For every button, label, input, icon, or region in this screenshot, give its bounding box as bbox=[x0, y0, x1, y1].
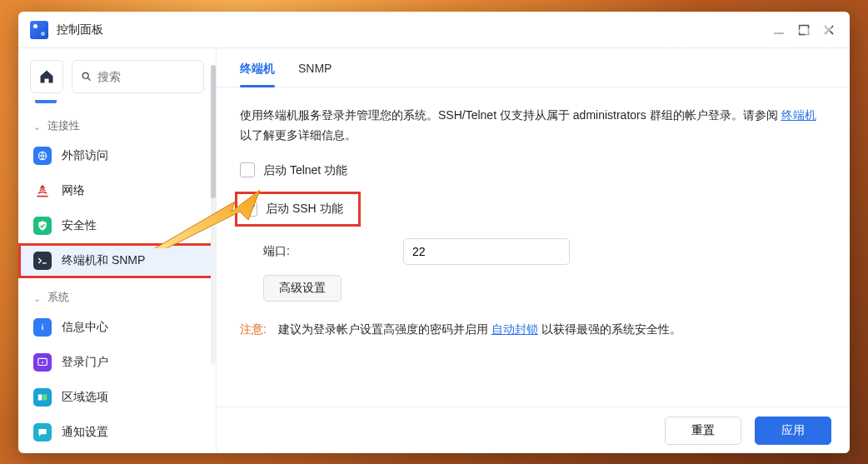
ssh-checkbox-row[interactable]: 启动 SSH 功能 bbox=[235, 192, 361, 227]
home-icon bbox=[38, 68, 55, 85]
sidebar-item-terminal-snmp[interactable]: 终端机和 SNMP bbox=[18, 243, 216, 278]
control-panel-icon bbox=[30, 21, 48, 39]
sidebar-item-login-portal[interactable]: 登录门户 bbox=[18, 345, 216, 380]
svg-rect-2 bbox=[774, 32, 784, 34]
telnet-checkbox[interactable] bbox=[240, 162, 255, 177]
port-label: 端口: bbox=[263, 242, 388, 262]
sidebar-item-label: 网络 bbox=[62, 183, 85, 198]
sidebar: ⌃ 连接性 外部访问 网络 安全性 终端机和 SNMP ⌃ 系统 bbox=[18, 48, 217, 453]
note-label: 注意: bbox=[240, 322, 267, 336]
svg-rect-9 bbox=[38, 395, 42, 401]
region-icon bbox=[33, 388, 52, 407]
tab-terminal[interactable]: 终端机 bbox=[240, 62, 275, 87]
control-panel-window: 控制面板 ⌃ 连接性 bbox=[18, 12, 850, 453]
section-connectivity[interactable]: ⌃ 连接性 bbox=[18, 107, 216, 138]
svg-point-4 bbox=[82, 72, 88, 78]
home-indicator bbox=[35, 98, 57, 103]
section-label: 连接性 bbox=[47, 118, 80, 133]
info-icon: i bbox=[33, 318, 52, 337]
search-icon bbox=[81, 70, 92, 83]
svg-text:i: i bbox=[42, 323, 43, 332]
sidebar-item-label: 安全性 bbox=[62, 218, 97, 233]
reset-button[interactable]: 重置 bbox=[665, 417, 741, 445]
svg-rect-10 bbox=[43, 395, 47, 401]
intro-text: 使用终端机服务登录并管理您的系统。SSH/Telnet 仅支持从属于 admin… bbox=[240, 106, 826, 146]
telnet-label: 启动 Telnet 功能 bbox=[263, 161, 347, 181]
sidebar-item-security[interactable]: 安全性 bbox=[18, 208, 216, 243]
maximize-button[interactable] bbox=[791, 17, 816, 42]
footer-bar: 重置 应用 bbox=[217, 407, 850, 453]
sidebar-item-info-center[interactable]: i 信息中心 bbox=[18, 310, 216, 345]
sidebar-scrollbar-thumb[interactable] bbox=[211, 65, 216, 198]
minimize-button[interactable] bbox=[766, 17, 791, 42]
sidebar-item-label: 登录门户 bbox=[62, 355, 108, 370]
chevron-up-icon: ⌃ bbox=[33, 121, 41, 132]
svg-rect-3 bbox=[800, 25, 809, 34]
terminal-icon bbox=[33, 252, 52, 270]
tab-bar: 终端机 SNMP bbox=[217, 48, 850, 87]
sidebar-item-external-access[interactable]: 外部访问 bbox=[18, 138, 216, 173]
apply-button[interactable]: 应用 bbox=[755, 417, 831, 445]
close-button[interactable] bbox=[816, 17, 841, 42]
search-input[interactable] bbox=[97, 70, 195, 83]
sidebar-item-label: 外部访问 bbox=[62, 148, 108, 163]
port-input[interactable] bbox=[403, 238, 570, 265]
note-text: 注意: 建议为登录帐户设置高强度的密码并启用 自动封锁 以获得最强的系统安全性。 bbox=[240, 320, 826, 340]
search-box[interactable] bbox=[72, 60, 204, 93]
sidebar-item-network[interactable]: 网络 bbox=[18, 173, 216, 208]
tab-snmp[interactable]: SNMP bbox=[298, 62, 332, 87]
sidebar-item-notification[interactable]: 通知设置 bbox=[18, 415, 216, 450]
network-icon bbox=[33, 182, 52, 200]
section-label: 系统 bbox=[47, 290, 69, 305]
sidebar-item-label: 信息中心 bbox=[62, 320, 108, 335]
globe-link-icon bbox=[33, 147, 52, 165]
port-row: 端口: bbox=[263, 238, 826, 265]
sidebar-item-regional-options[interactable]: 区域选项 bbox=[18, 380, 216, 415]
sidebar-item-label: 通知设置 bbox=[62, 425, 108, 440]
chat-icon bbox=[33, 423, 52, 442]
ssh-checkbox[interactable] bbox=[242, 202, 257, 217]
content-pane: 终端机 SNMP 使用终端机服务登录并管理您的系统。SSH/Telnet 仅支持… bbox=[217, 48, 850, 453]
chevron-up-icon: ⌃ bbox=[33, 292, 41, 303]
sidebar-item-label: 终端机和 SNMP bbox=[62, 253, 145, 268]
sidebar-item-label: 区域选项 bbox=[62, 390, 108, 405]
shield-icon bbox=[33, 217, 52, 235]
advanced-settings-button[interactable]: 高级设置 bbox=[263, 275, 342, 302]
titlebar: 控制面板 bbox=[18, 12, 850, 48]
ssh-label: 启动 SSH 功能 bbox=[266, 199, 343, 219]
portal-icon bbox=[33, 353, 52, 372]
telnet-checkbox-row[interactable]: 启动 Telnet 功能 bbox=[240, 161, 826, 181]
terminal-help-link[interactable]: 终端机 bbox=[781, 108, 816, 122]
window-title: 控制面板 bbox=[57, 22, 103, 37]
settings-panel: 使用终端机服务登录并管理您的系统。SSH/Telnet 仅支持从属于 admin… bbox=[217, 87, 850, 407]
home-button[interactable] bbox=[30, 60, 63, 93]
auto-block-link[interactable]: 自动封锁 bbox=[491, 322, 538, 336]
section-system[interactable]: ⌃ 系统 bbox=[18, 278, 216, 310]
